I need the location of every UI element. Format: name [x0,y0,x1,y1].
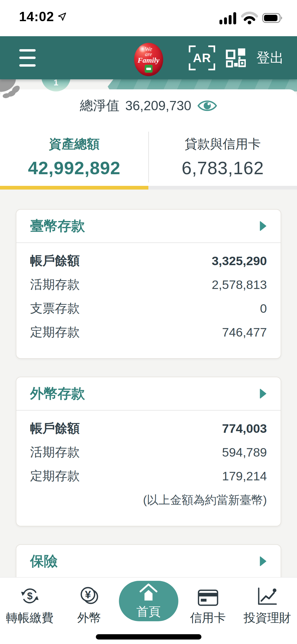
chevron-right-icon [260,388,267,399]
demand-deposit-row: 活期存款 594,789 [30,440,267,464]
home-icon [138,582,159,602]
card-title: 保險 [30,552,58,571]
cellular-signal-icon [219,12,237,24]
card-title: 外幣存款 [30,384,85,403]
row-label: 帳戶餘額 [30,252,80,269]
ar-scan-button[interactable]: AR [189,45,215,70]
active-tab-underline [0,186,148,190]
twd-deposits-card: 臺幣存款 帳戶餘額 3,325,290 活期存款 2,578,813 支票存款 … [16,209,281,359]
foreign-currency-icon: ¥ [79,586,100,606]
location-arrow-icon [57,12,67,21]
nav-label: 外幣 [77,610,101,626]
inactive-tab-underline [148,186,297,190]
mascot-paw-icon [0,78,30,100]
row-label: 支票存款 [30,300,80,317]
credit-card-icon [198,589,218,606]
time-deposit-row: 定期存款 746,477 [30,320,267,344]
tab-label: 貸款與信用卡 [149,137,297,151]
battery-icon [262,13,283,23]
row-label: 定期存款 [30,468,80,484]
insurance-header[interactable]: 保險 [16,545,281,578]
chevron-right-icon [260,221,267,231]
eye-icon [197,99,217,112]
tabs-divider [148,132,149,182]
investment-icon [257,587,278,606]
row-value: 594,789 [222,445,267,459]
summary-sheet: 總淨值 36,209,730 資產總額 42,992,892 貸款與信用卡 6,… [0,89,297,190]
row-value: 179,214 [222,469,267,483]
row-value: 3,325,290 [212,254,267,268]
net-worth-row: 總淨值 36,209,730 [0,89,297,114]
net-worth-value: 36,209,730 [125,98,191,113]
qr-code-icon[interactable] [226,48,246,68]
row-label: 帳戶餘額 [30,420,80,437]
menu-button[interactable] [19,49,36,67]
wifi-icon [241,12,258,24]
nav-label: 首頁 [136,604,161,620]
foreign-deposits-header[interactable]: 外幣存款 [16,377,281,411]
ar-scan-icon: AR [193,51,211,65]
row-value: 746,477 [222,325,267,339]
toggle-visibility-button[interactable] [197,99,217,112]
row-value: 774,003 [222,421,267,436]
chevron-right-icon [260,556,267,567]
status-time: 14:02 [19,9,54,24]
row-label: 活期存款 [30,276,80,293]
net-worth-label: 總淨值 [80,97,119,114]
tab-loans-credit-cards[interactable]: 貸款與信用卡 6,783,162 [149,137,297,178]
row-label: 活期存款 [30,444,80,461]
checking-deposit-row: 支票存款 0 [30,296,267,320]
logout-button[interactable]: 登出 [256,49,284,67]
card-title: 臺幣存款 [30,217,85,235]
ctbc-mark-icon [145,65,153,73]
foreign-deposits-card: 外幣存款 帳戶餘額 774,003 活期存款 594,789 定期存款 179,… [16,377,281,526]
home-indicator[interactable] [96,634,201,640]
account-balance-row: 帳戶餘額 774,003 [30,416,267,440]
nav-item-investment[interactable]: 投資理財 [238,578,297,644]
banking-app-screen: 14:02 [0,0,297,644]
nav-label: 信用卡 [190,610,226,626]
nav-label: 轉帳繳費 [6,610,54,626]
tab-total-assets[interactable]: 資產總額 42,992,892 [0,137,149,178]
row-value: 0 [260,301,267,316]
ntd-equivalent-note: (以上金額為約當新臺幣) [30,488,267,512]
svg-text:¥: ¥ [85,588,91,601]
twd-deposits-header[interactable]: 臺幣存款 [16,210,281,243]
nav-label: 投資理財 [244,610,291,626]
status-bar: 14:02 [0,0,297,36]
tab-value: 6,783,162 [149,158,297,178]
transfer-icon: $ [20,586,40,606]
app-header: We are Family AR 登出 [0,36,297,79]
row-value: 2,578,813 [212,277,267,292]
nav-item-transfer[interactable]: $ 轉帳繳費 [0,578,59,644]
svg-text:$: $ [27,590,32,601]
account-balance-row: 帳戶餘額 3,325,290 [30,249,267,273]
home-pill[interactable]: 首頁 [119,581,178,621]
demand-deposit-row: 活期存款 2,578,813 [30,273,267,296]
tab-value: 42,992,892 [0,158,149,178]
logo-text: Family [138,57,159,63]
time-deposit-row: 定期存款 179,214 [30,464,267,488]
row-label: 定期存款 [30,324,80,341]
tab-label: 資產總額 [0,137,149,151]
bank-logo: We are Family [134,43,163,76]
